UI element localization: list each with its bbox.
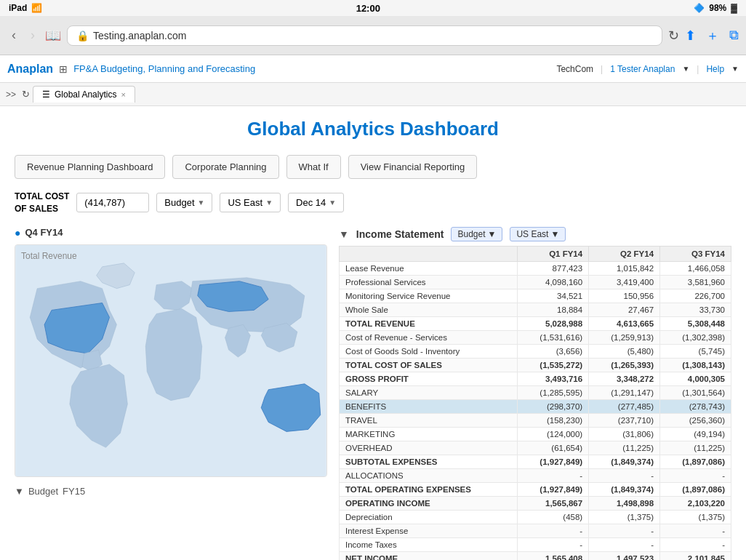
- row-label: Cost of Revenue - Services: [340, 330, 518, 344]
- row-label: SALARY: [340, 385, 518, 399]
- total-cost-value: (414,787): [76, 193, 149, 212]
- row-q3: (1,301,564): [660, 385, 731, 399]
- row-label: OPERATING INCOME: [340, 496, 518, 510]
- revenue-planning-button[interactable]: Revenue Planning Dashboard: [15, 155, 165, 179]
- left-column: ● Q4 FY14 Total Revenue: [15, 227, 327, 560]
- tab-close-button[interactable]: ×: [121, 90, 125, 99]
- row-label: Cost of Goods Sold - Inventory: [340, 344, 518, 358]
- refresh-button[interactable]: ↻: [668, 28, 679, 44]
- row-label: Interest Expense: [340, 524, 518, 537]
- table-row: TOTAL OPERATING EXPENSES(1,927,849)(1,84…: [340, 482, 731, 496]
- table-row: Lease Revenue877,4231,015,8421,466,058: [340, 261, 731, 275]
- row-q2: (277,485): [589, 399, 660, 413]
- back-button[interactable]: ‹: [7, 25, 20, 46]
- table-row: TOTAL REVENUE5,028,9884,613,6655,308,448: [340, 316, 731, 330]
- budget-dropdown-arrow: ▼: [198, 199, 205, 207]
- anaplan-logo: Anaplan: [7, 63, 53, 76]
- financial-table: Q1 FY14 Q2 FY14 Q3 FY14 Lease Revenue877…: [339, 246, 731, 560]
- row-q3: (5,745): [660, 344, 731, 358]
- row-q1: 3,493,716: [518, 372, 589, 385]
- time-display: 12:00: [356, 3, 380, 14]
- row-q3: 226,700: [660, 289, 731, 303]
- col-header-label: [340, 246, 518, 261]
- table-row: Professional Services4,098,1603,419,4003…: [340, 275, 731, 289]
- row-label: TOTAL OPERATING EXPENSES: [340, 482, 518, 496]
- forward-button[interactable]: ›: [26, 25, 39, 46]
- table-row: OPERATING INCOME1,565,8671,498,8982,103,…: [340, 496, 731, 510]
- row-q1: 1,565,867: [518, 496, 589, 510]
- row-q2: 1,015,842: [589, 261, 660, 275]
- share-icon[interactable]: ⬆: [685, 28, 696, 44]
- two-col-layout: ● Q4 FY14 Total Revenue: [15, 227, 731, 560]
- date-dropdown-arrow: ▼: [329, 199, 336, 207]
- date-dropdown[interactable]: Dec 14 ▼: [288, 193, 344, 212]
- row-q1: (61,654): [518, 441, 589, 455]
- lock-icon: 🔒: [76, 30, 89, 41]
- row-q1: 5,028,988: [518, 316, 589, 330]
- dropdown-arrow-help[interactable]: ▼: [731, 65, 739, 73]
- what-if-button[interactable]: What If: [286, 155, 341, 179]
- row-label: TOTAL REVENUE: [340, 316, 518, 330]
- divider: |: [601, 64, 603, 74]
- row-q1: (458): [518, 510, 589, 524]
- tab-menu-icon: ☰: [42, 89, 50, 100]
- corporate-planning-button[interactable]: Corporate Planning: [172, 155, 278, 179]
- table-row: GROSS PROFIT3,493,7163,348,2724,000,305: [340, 372, 731, 385]
- expand-icon[interactable]: >>: [6, 89, 16, 100]
- row-q2: (1,849,374): [589, 455, 660, 468]
- section-toggle-budget[interactable]: ▼: [15, 486, 24, 497]
- help-button[interactable]: Help: [706, 64, 724, 74]
- table-row: Cost of Goods Sold - Inventory(3,656)(5,…: [340, 344, 731, 358]
- row-q3: 33,730: [660, 303, 731, 316]
- row-q2: (1,291,147): [589, 385, 660, 399]
- table-row: Cost of Revenue - Services(1,531,616)(1,…: [340, 330, 731, 344]
- income-budget-badge[interactable]: Budget ▼: [451, 227, 502, 241]
- tab-bar: >> ↻ ☰ Global Analytics ×: [0, 83, 746, 106]
- row-q2: 3,419,400: [589, 275, 660, 289]
- col-header-q1: Q1 FY14: [518, 246, 589, 261]
- tab-global-analytics[interactable]: ☰ Global Analytics ×: [33, 86, 135, 103]
- row-q2: -: [589, 468, 660, 482]
- company-label: TechCom: [556, 64, 593, 74]
- dropdown-arrow-user[interactable]: ▼: [682, 65, 689, 73]
- row-q3: -: [660, 537, 731, 551]
- table-row: MARKETING(124,000)(31,806)(49,194): [340, 427, 731, 441]
- row-q2: (31,806): [589, 427, 660, 441]
- row-q1: (158,230): [518, 413, 589, 427]
- region-dropdown-arrow: ▼: [265, 199, 273, 207]
- table-row: SUBTOTAL EXPENSES(1,927,849)(1,849,374)(…: [340, 455, 731, 468]
- col-header-q3: Q3 FY14: [660, 246, 731, 261]
- url-text: Testing.anaplan.com: [93, 30, 186, 41]
- total-cost-label: TOTAL COST OF SALES: [15, 191, 69, 215]
- row-q3: -: [660, 524, 731, 537]
- row-q1: (1,531,616): [518, 330, 589, 344]
- table-row: Depreciation(458)(1,375)(1,375): [340, 510, 731, 524]
- region-dropdown[interactable]: US East ▼: [220, 193, 281, 212]
- tabs-icon[interactable]: ⧉: [729, 28, 739, 43]
- user-name[interactable]: 1 Tester Anaplan: [610, 64, 675, 74]
- year-footer-label: FY15: [63, 486, 85, 497]
- income-statement-title: Income Statement: [356, 228, 444, 240]
- refresh-tab-icon[interactable]: ↻: [22, 89, 30, 100]
- row-q3: 5,308,448: [660, 316, 731, 330]
- row-q3: (1,302,398): [660, 330, 731, 344]
- row-label: ALLOCATIONS: [340, 468, 518, 482]
- add-tab-icon[interactable]: ＋: [706, 27, 719, 44]
- row-q1: 34,521: [518, 289, 589, 303]
- quarter-label: Q4 FY14: [25, 227, 63, 238]
- address-bar[interactable]: 🔒 Testing.anaplan.com: [67, 25, 662, 46]
- row-q1: 18,884: [518, 303, 589, 316]
- row-q2: 150,956: [589, 289, 660, 303]
- battery-icon: ▓: [731, 3, 737, 13]
- view-financial-reporting-button[interactable]: View Financial Reporting: [348, 155, 478, 179]
- row-label: TOTAL COST OF SALES: [340, 358, 518, 372]
- income-region-badge[interactable]: US East ▼: [510, 227, 566, 241]
- income-toggle-icon[interactable]: ▼: [339, 228, 349, 240]
- row-q3: -: [660, 468, 731, 482]
- table-row: Monitoring Service Revenue34,521150,9562…: [340, 289, 731, 303]
- table-row: OVERHEAD(61,654)(11,225)(11,225): [340, 441, 731, 455]
- budget-dropdown[interactable]: Budget ▼: [156, 193, 212, 212]
- row-q3: (11,225): [660, 441, 731, 455]
- row-label: Income Taxes: [340, 537, 518, 551]
- app-name[interactable]: FP&A Budgeting, Planning and Forecasting: [73, 63, 255, 74]
